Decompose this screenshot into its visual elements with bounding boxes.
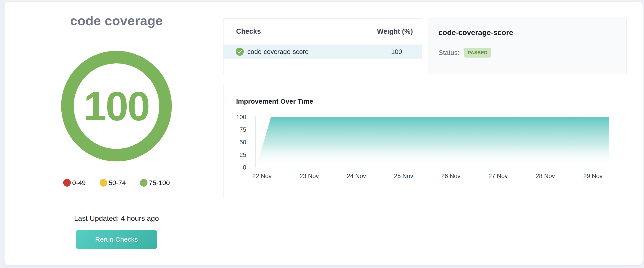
y-axis-tick-label: 25 xyxy=(230,151,246,158)
legend-item-75-100: 75-100 xyxy=(140,179,170,186)
page-title: code coverage xyxy=(70,13,163,28)
checks-table-header: Checks Weight (%) xyxy=(224,19,422,36)
y-axis-tick-label: 50 xyxy=(230,139,246,146)
x-axis-tick-label: 25 Nov xyxy=(388,172,419,180)
check-passed-icon xyxy=(236,48,244,56)
legend-label: 50-74 xyxy=(108,179,126,186)
gauge-score-value: 100 xyxy=(84,86,149,126)
legend-label: 75-100 xyxy=(149,179,170,186)
x-axis-tick-label: 24 Nov xyxy=(341,172,372,180)
legend-yellow-dot-icon xyxy=(100,179,107,186)
improvement-chart-card: Improvement Over Time 100 75 50 25 0 22 … xyxy=(223,84,627,198)
x-axis-tick-label: 29 Nov xyxy=(577,172,609,180)
check-name: code-coverage-score xyxy=(247,48,308,56)
score-gauge: 100 xyxy=(61,51,172,162)
check-detail-card: code-coverage-score Status: PASSED xyxy=(428,18,627,74)
y-axis-tick-label: 75 xyxy=(230,126,246,133)
checks-column-header: Checks xyxy=(236,28,261,36)
weight-column-header: Weight (%) xyxy=(377,28,413,36)
y-axis-tick-label: 100 xyxy=(230,114,246,121)
x-axis-tick-label: 22 Nov xyxy=(246,172,278,180)
x-axis-tick-label: 23 Nov xyxy=(294,172,325,180)
check-table-row[interactable]: code-coverage-score 100 xyxy=(224,44,422,59)
area-series xyxy=(256,117,609,167)
legend-label: 0-49 xyxy=(72,179,86,186)
last-updated-text: Last Updated: 4 hours ago xyxy=(74,214,159,222)
dashboard-card: code coverage 100 0-49 50-74 75-100 Last… xyxy=(4,2,643,265)
legend-item-50-74: 50-74 xyxy=(100,179,126,186)
checks-table-card: Checks Weight (%) code-coverage-score 10… xyxy=(223,18,422,74)
status-passed-badge: PASSED xyxy=(464,48,491,58)
rerun-checks-button[interactable]: Rerun Checks xyxy=(76,230,157,249)
legend-green-dot-icon xyxy=(140,179,148,186)
x-axis-tick-label: 28 Nov xyxy=(530,172,561,180)
check-detail-title: code-coverage-score xyxy=(438,28,618,37)
legend-item-0-49: 0-49 xyxy=(63,179,86,186)
x-axis-tick-label: 27 Nov xyxy=(482,172,514,180)
legend-red-dot-icon xyxy=(63,179,71,186)
x-axis-tick-label: 26 Nov xyxy=(435,172,466,180)
improvement-chart-svg xyxy=(224,84,627,198)
score-legend: 0-49 50-74 75-100 xyxy=(63,179,170,186)
status-row: Status: PASSED xyxy=(438,48,618,58)
check-weight-value: 100 xyxy=(391,48,402,56)
y-axis-tick-label: 0 xyxy=(230,164,246,171)
status-label: Status: xyxy=(438,49,460,56)
